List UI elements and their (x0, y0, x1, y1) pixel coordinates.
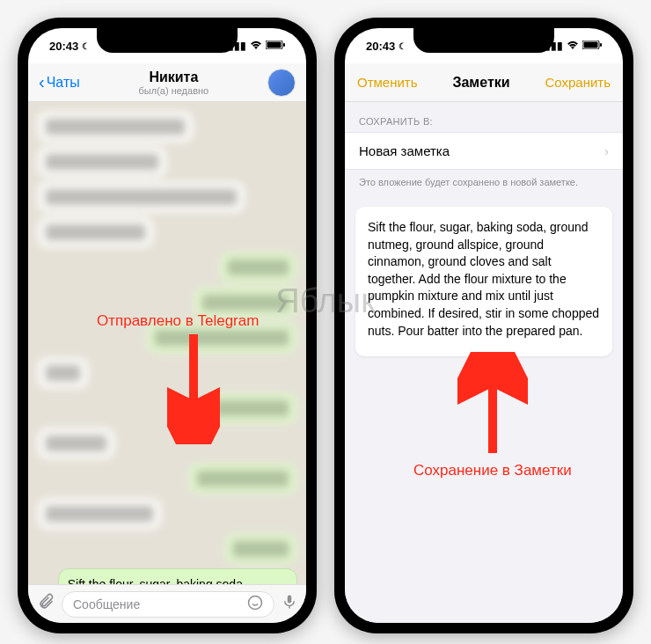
signal-icon: ▮▮▮▮ (222, 40, 246, 52)
save-button[interactable]: Сохранить (545, 75, 611, 90)
status-time: 20:43 (366, 40, 395, 53)
message-text: Sift the flour, sugar, baking soda, grou… (68, 577, 286, 584)
battery-icon (266, 40, 285, 52)
destination-hint: Это вложение будет сохранено в новой зам… (345, 170, 623, 194)
back-button[interactable]: ‹ Чаты (39, 72, 80, 92)
chevron-right-icon: › (604, 143, 609, 158)
destination-label: Новая заметка (359, 143, 450, 158)
screen-telegram: 20:43 ☾ ▮▮▮▮ ‹ Чаты (28, 28, 306, 623)
attach-icon[interactable] (37, 593, 55, 615)
message-bubble[interactable]: Sift the flour, sugar, baking soda, grou… (58, 568, 297, 584)
notes-title: Заметки (452, 75, 509, 91)
chevron-left-icon: ‹ (39, 72, 45, 92)
destination-row[interactable]: Новая заметка › (345, 132, 623, 170)
dnd-moon-icon: ☾ (82, 41, 90, 51)
screen-notes: 20:43 ☾ ▮▮▮▮ Отменить Заметки Сохранить (345, 28, 623, 623)
chat-title[interactable]: Никита (80, 70, 267, 85)
wifi-icon (250, 40, 262, 52)
battery-icon (582, 40, 602, 52)
svg-rect-7 (600, 43, 602, 47)
cancel-button[interactable]: Отменить (357, 75, 418, 90)
avatar[interactable] (267, 69, 296, 97)
note-content[interactable]: Sift the flour, sugar, baking soda, grou… (355, 207, 612, 356)
section-label: СОХРАНИТЬ В: (345, 102, 623, 132)
sticker-icon[interactable] (247, 595, 263, 614)
svg-rect-4 (288, 596, 292, 604)
svg-rect-2 (283, 43, 285, 47)
phone-left: 20:43 ☾ ▮▮▮▮ ‹ Чаты (18, 18, 317, 633)
chat-body[interactable]: Sift the flour, sugar, baking soda, grou… (28, 102, 306, 584)
chat-subtitle: был(а) недавно (80, 85, 267, 96)
wifi-icon (567, 40, 579, 52)
notch (413, 28, 554, 53)
mic-icon[interactable] (282, 593, 297, 615)
svg-rect-6 (584, 42, 598, 48)
signal-icon: ▮▮▮▮ (538, 40, 563, 52)
notch (97, 28, 238, 53)
message-input[interactable]: Сообщение (62, 591, 274, 618)
svg-rect-1 (267, 42, 282, 48)
notes-body: СОХРАНИТЬ В: Новая заметка › Это вложени… (345, 102, 623, 623)
back-label: Чаты (47, 75, 80, 91)
status-time: 20:43 (49, 40, 78, 53)
svg-point-3 (249, 596, 262, 609)
dnd-moon-icon: ☾ (399, 41, 406, 51)
input-placeholder: Сообщение (73, 597, 140, 611)
telegram-header: ‹ Чаты Никита был(а) недавно (28, 63, 306, 102)
phone-right: 20:43 ☾ ▮▮▮▮ Отменить Заметки Сохранить (334, 18, 633, 633)
notes-header: Отменить Заметки Сохранить (345, 63, 623, 102)
note-text: Sift the flour, sugar, baking soda, grou… (368, 220, 599, 338)
message-input-bar: Сообщение (28, 584, 306, 623)
